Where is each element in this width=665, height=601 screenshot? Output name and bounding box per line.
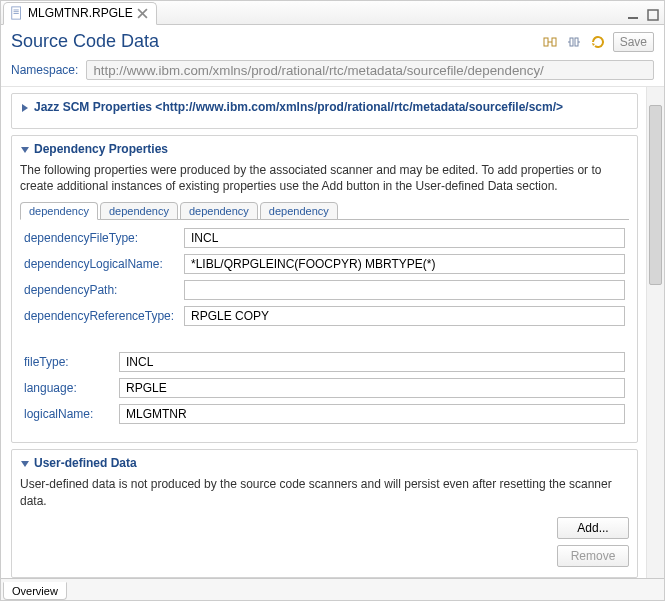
svg-rect-1: [14, 10, 19, 11]
section-header-dependency[interactable]: Dependency Properties: [20, 140, 629, 160]
minimize-icon[interactable]: [624, 6, 642, 24]
section-jazz-scm: Jazz SCM Properties <http://www.ibm.com/…: [11, 93, 638, 129]
editor-tab[interactable]: MLGMTNR.RPGLE: [3, 2, 157, 25]
add-button[interactable]: Add...: [557, 517, 629, 539]
section-title-userdef: User-defined Data: [34, 456, 137, 470]
maximize-icon[interactable]: [644, 6, 662, 24]
input-dependency-file-type[interactable]: [184, 228, 625, 248]
file-icon: [10, 6, 24, 20]
save-button[interactable]: Save: [613, 32, 654, 52]
page-header: Source Code Data Save: [1, 25, 664, 60]
section-user-defined-data: User-defined Data User-defined data is n…: [11, 449, 638, 577]
svg-rect-11: [570, 38, 573, 46]
chevron-right-icon: [20, 102, 30, 112]
label-logical-name: logicalName:: [24, 407, 119, 421]
label-file-type: fileType:: [24, 355, 119, 369]
svg-rect-6: [628, 17, 638, 19]
section-title-dependency: Dependency Properties: [34, 142, 168, 156]
input-file-type[interactable]: [119, 352, 625, 372]
label-dependency-path: dependencyPath:: [24, 283, 184, 297]
svg-rect-3: [14, 13, 19, 14]
collapse-horizontal-icon[interactable]: [565, 33, 583, 51]
label-dependency-file-type: dependencyFileType:: [24, 231, 184, 245]
section-header-scm[interactable]: Jazz SCM Properties <http://www.ibm.com/…: [20, 98, 629, 118]
namespace-row: Namespace:: [1, 60, 664, 86]
label-language: language:: [24, 381, 119, 395]
scrollbar-thumb[interactable]: [649, 105, 662, 285]
refresh-icon[interactable]: [589, 33, 607, 51]
svg-rect-7: [648, 10, 658, 20]
vertical-scrollbar[interactable]: [646, 87, 664, 578]
editor-tabbar: MLGMTNR.RPGLE: [1, 1, 664, 25]
bottom-tab-overview[interactable]: Overview: [3, 582, 67, 600]
inner-tab-dependency-4[interactable]: dependency: [260, 202, 338, 220]
inner-tab-dependency-2[interactable]: dependency: [100, 202, 178, 220]
svg-rect-12: [575, 38, 578, 46]
svg-rect-2: [14, 11, 19, 12]
close-icon[interactable]: [137, 8, 148, 19]
dependency-inner-tabs: dependency dependency dependency depende…: [20, 202, 629, 220]
input-language[interactable]: [119, 378, 625, 398]
chevron-down-icon: [20, 458, 30, 468]
input-dependency-logical-name[interactable]: [184, 254, 625, 274]
page-title: Source Code Data: [11, 31, 159, 52]
tab-filename: MLGMTNR.RPGLE: [28, 6, 133, 20]
input-dependency-reference-type[interactable]: [184, 306, 625, 326]
namespace-label: Namespace:: [11, 63, 78, 77]
inner-tab-dependency-1[interactable]: dependency: [20, 202, 98, 220]
label-dependency-logical-name: dependencyLogicalName:: [24, 257, 184, 271]
section-title-scm: Jazz SCM Properties <http://www.ibm.com/…: [34, 100, 563, 114]
label-dependency-reference-type: dependencyReferenceType:: [24, 309, 184, 323]
section-desc-userdef: User-defined data is not produced by the…: [20, 476, 629, 508]
input-dependency-path[interactable]: [184, 280, 625, 300]
bottom-tabbar: Overview: [1, 578, 664, 600]
input-logical-name[interactable]: [119, 404, 625, 424]
expand-horizontal-icon[interactable]: [541, 33, 559, 51]
svg-rect-8: [544, 38, 548, 46]
remove-button[interactable]: Remove: [557, 545, 629, 567]
section-desc-dependency: The following properties were produced b…: [20, 162, 629, 194]
namespace-input: [86, 60, 654, 80]
svg-rect-9: [552, 38, 556, 46]
section-dependency-properties: Dependency Properties The following prop…: [11, 135, 638, 443]
chevron-down-icon: [20, 144, 30, 154]
inner-tab-dependency-3[interactable]: dependency: [180, 202, 258, 220]
section-header-userdef[interactable]: User-defined Data: [20, 454, 629, 474]
